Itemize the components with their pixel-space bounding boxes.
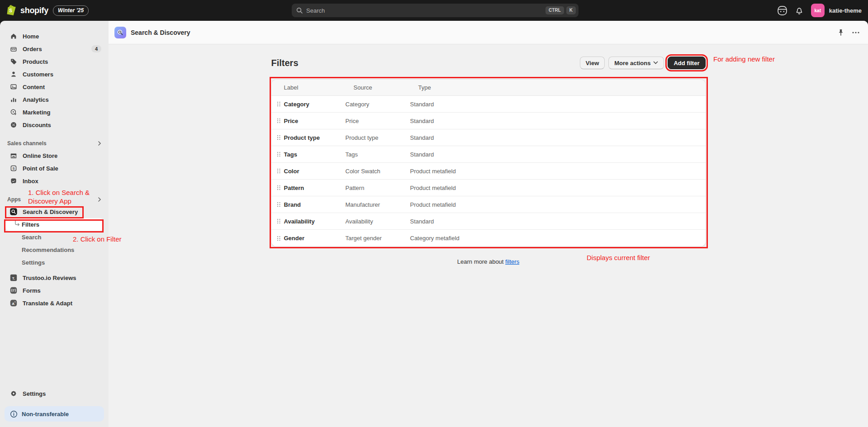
- sidebar-item-products[interactable]: Products: [0, 55, 109, 68]
- more-options-icon[interactable]: [852, 31, 860, 34]
- sidekick-icon[interactable]: [777, 5, 787, 16]
- sidebar-item-settings[interactable]: Settings: [0, 387, 109, 400]
- sidebar-item-label: Recommendations: [22, 247, 74, 253]
- sidebar-item-filters[interactable]: Filters: [5, 218, 103, 231]
- orders-count-badge: 4: [91, 45, 101, 52]
- column-header-source: Source: [354, 84, 418, 91]
- kbd-k: K: [566, 6, 576, 14]
- drag-handle-icon[interactable]: [276, 100, 284, 108]
- drag-handle-icon[interactable]: [276, 235, 284, 242]
- table-row[interactable]: Price Price Standard: [271, 113, 706, 129]
- filter-source: Category: [346, 101, 410, 108]
- filter-type: Category metafield: [410, 235, 706, 242]
- sidebar-item-online-store[interactable]: Online Store: [0, 149, 109, 162]
- sales-channels-label: Sales channels: [7, 140, 47, 147]
- drag-handle-icon[interactable]: [276, 167, 284, 175]
- filter-source: Tags: [346, 151, 410, 158]
- sidebar-item-label: Analytics: [23, 96, 49, 103]
- sidebar-item-inbox[interactable]: Inbox: [0, 175, 109, 187]
- filter-type: Product metafield: [410, 168, 706, 175]
- drag-handle-icon[interactable]: [276, 151, 284, 158]
- global-search[interactable]: CTRL K: [292, 4, 579, 17]
- table-row[interactable]: Availability Availability Standard: [271, 213, 706, 230]
- add-filter-button[interactable]: Add filter: [668, 57, 705, 69]
- sidebar-item-app-settings[interactable]: Settings: [0, 256, 109, 269]
- trustoo-app-icon: T.: [9, 274, 18, 282]
- search-input[interactable]: [306, 7, 543, 14]
- table-row[interactable]: Gender Target gender Category metafield: [271, 230, 706, 247]
- drag-handle-icon[interactable]: [276, 218, 284, 225]
- svg-text:A: A: [12, 302, 14, 306]
- filter-type: Standard: [410, 151, 706, 158]
- learn-more-footer: Learn more about filters: [271, 258, 706, 265]
- sidebar-item-label: Inbox: [23, 178, 38, 185]
- drag-handle-icon[interactable]: [276, 184, 284, 191]
- content-icon: [9, 83, 18, 91]
- table-row[interactable]: Pattern Pattern Product metafield: [271, 180, 706, 196]
- sidebar-item-customers[interactable]: Customers: [0, 68, 109, 81]
- plan-badge[interactable]: Non-transferable: [5, 406, 104, 422]
- view-button[interactable]: View: [580, 57, 605, 69]
- chevron-right-icon: [97, 197, 102, 202]
- sidebar-item-trustoo-reviews[interactable]: T. Trustoo.io Reviews: [0, 271, 109, 284]
- sidebar-item-search[interactable]: Search: [0, 231, 109, 243]
- chevron-down-icon: [653, 61, 658, 65]
- learn-more-text: Learn more about: [457, 258, 504, 265]
- sidebar-item-label: Filters: [22, 221, 39, 228]
- pin-icon[interactable]: [837, 28, 844, 37]
- shopify-logo[interactable]: S shopify: [0, 5, 48, 16]
- svg-text:T.: T.: [12, 276, 15, 280]
- filter-label: Color: [284, 168, 346, 175]
- store-name[interactable]: katie-theme: [829, 7, 862, 14]
- table-row[interactable]: Product type Product type Standard: [271, 129, 706, 146]
- drag-handle-icon[interactable]: [276, 117, 284, 124]
- app-header: Search & Discovery: [109, 21, 868, 44]
- table-row[interactable]: Tags Tags Standard: [271, 146, 706, 163]
- sidebar-item-orders[interactable]: Orders 4: [0, 43, 109, 55]
- sidebar-item-search-discovery[interactable]: Search & Discovery: [0, 205, 109, 218]
- sidebar-item-label: Orders: [23, 46, 42, 52]
- inbox-icon: [9, 177, 18, 185]
- sidebar-item-label: Customers: [23, 71, 53, 78]
- avatar[interactable]: kat: [811, 4, 825, 17]
- sidebar-item-label: Settings: [23, 390, 46, 397]
- sidebar-item-label: Content: [23, 84, 45, 90]
- shopify-wordmark: shopify: [20, 6, 48, 15]
- sidebar-item-analytics[interactable]: Analytics: [0, 93, 109, 106]
- sidebar-item-label: Discounts: [23, 122, 51, 128]
- table-row[interactable]: Category Category Standard: [271, 96, 706, 113]
- column-header-label: Label: [284, 84, 354, 91]
- point-of-sale-icon: S: [9, 164, 18, 172]
- sidebar-item-label: Home: [23, 33, 39, 40]
- sidebar: Home Orders 4 Products Customers Content…: [0, 21, 109, 427]
- marketing-target-icon: [9, 108, 18, 116]
- filters-table: Label Source Type Category Category Stan…: [271, 80, 706, 247]
- sidebar-item-recommendations[interactable]: Recommendations: [0, 243, 109, 256]
- products-tag-icon: [9, 57, 18, 66]
- drag-handle-icon[interactable]: [276, 134, 284, 141]
- sidebar-item-home[interactable]: Home: [0, 30, 109, 43]
- table-row[interactable]: Color Color Swatch Product metafield: [271, 163, 706, 180]
- sidebar-item-point-of-sale[interactable]: S Point of Sale: [0, 162, 109, 175]
- more-actions-button[interactable]: More actions: [608, 57, 664, 69]
- table-row[interactable]: Brand Manufacturer Product metafield: [271, 196, 706, 213]
- apps-header[interactable]: Apps: [0, 194, 109, 205]
- plan-badge-label: Non-transferable: [22, 411, 69, 418]
- info-icon: [10, 410, 18, 418]
- sidebar-item-content[interactable]: Content: [0, 81, 109, 93]
- apps-label: Apps: [7, 196, 21, 203]
- sidebar-item-discounts[interactable]: Discounts: [0, 119, 109, 131]
- sidebar-item-label: Online Store: [23, 152, 57, 159]
- filter-type: Product metafield: [410, 185, 706, 191]
- notifications-bell-icon[interactable]: [795, 5, 804, 15]
- filters-help-link[interactable]: filters: [505, 258, 519, 265]
- filter-label: Tags: [284, 151, 346, 158]
- filter-label: Brand: [284, 201, 346, 208]
- sidebar-item-marketing[interactable]: Marketing: [0, 106, 109, 119]
- drag-handle-icon[interactable]: [276, 201, 284, 208]
- column-header-type: Type: [418, 84, 706, 91]
- sales-channels-header[interactable]: Sales channels: [0, 138, 109, 149]
- sidebar-item-translate-adapt[interactable]: A Translate & Adapt: [0, 297, 109, 309]
- filter-label: Gender: [284, 235, 346, 242]
- sidebar-item-forms[interactable]: Forms: [0, 284, 109, 297]
